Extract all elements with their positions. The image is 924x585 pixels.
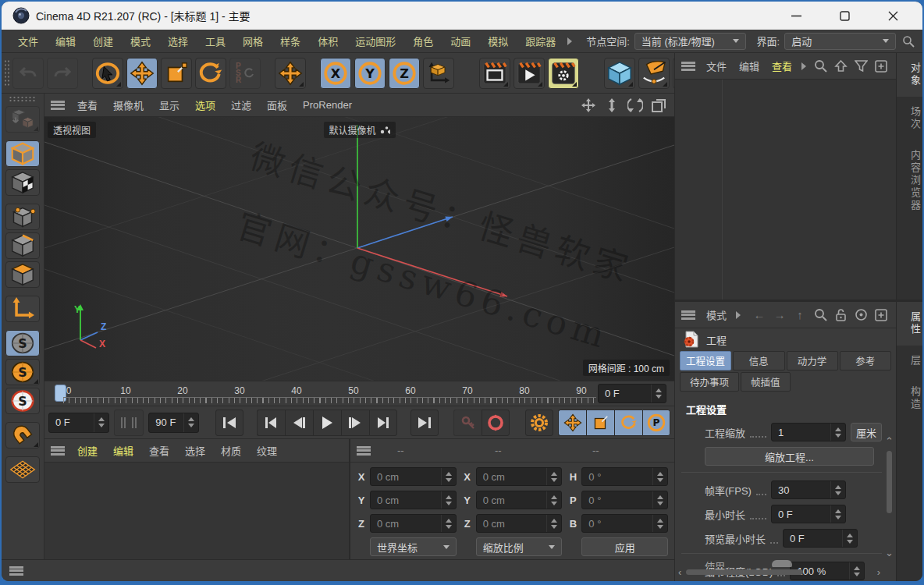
am-search-icon[interactable] (812, 307, 829, 324)
scroll-down-icon[interactable]: ⌄ (885, 548, 894, 558)
mode-toolbar-drag-handle[interactable] (9, 96, 37, 102)
viewport-dolly-icon[interactable] (602, 97, 621, 114)
move-tool[interactable] (126, 58, 158, 89)
vp-menu-options[interactable]: 选项 (195, 98, 215, 112)
am-add-panel-icon[interactable] (872, 307, 890, 324)
minimize-button[interactable] (779, 4, 813, 27)
scale-z-field[interactable]: 0 cm (476, 514, 563, 533)
prev-key-button[interactable] (257, 410, 285, 436)
snap-disabled-button[interactable]: S (5, 330, 40, 356)
menu-overflow-icon[interactable] (736, 311, 741, 319)
tab-todo[interactable]: 待办事项 (680, 372, 739, 392)
mat-menu-edit[interactable]: 编辑 (113, 443, 133, 458)
workplane-button[interactable] (5, 456, 40, 483)
position-z-field[interactable]: 0 cm (370, 514, 457, 533)
spinner-arrows[interactable] (546, 491, 561, 509)
rotation-b-field[interactable]: 0 ° (581, 514, 668, 533)
scroll-up-icon[interactable]: ⌃ (885, 436, 894, 446)
tab-attributes[interactable]: 属性 (897, 302, 922, 346)
spinner-arrows[interactable] (441, 515, 456, 532)
menu-edit[interactable]: 编辑 (55, 34, 76, 48)
vp-menu-view[interactable]: 查看 (77, 98, 98, 112)
coordinate-system-button[interactable] (423, 58, 454, 89)
texture-mode-button[interactable] (5, 169, 40, 196)
interface-dropdown[interactable]: 启动 (784, 33, 896, 50)
y-axis-lock-button[interactable]: Y (354, 58, 386, 89)
timeline-ruler[interactable]: 0 10 20 30 40 50 60 70 80 90 0 F (44, 381, 674, 406)
spinner-arrows[interactable] (830, 481, 845, 498)
key-parameter-toggle[interactable]: P (642, 410, 670, 436)
object-menu-icon[interactable] (681, 62, 695, 71)
quantize-button[interactable]: S (5, 388, 40, 414)
tab-project-settings[interactable]: 工程设置 (680, 351, 731, 370)
end-frame-field[interactable]: 90 F (148, 413, 198, 433)
polygons-mode-button[interactable] (5, 261, 40, 288)
tab-info[interactable]: 信息 (733, 351, 784, 370)
edges-mode-button[interactable] (5, 232, 40, 259)
start-frame-field[interactable]: 0 F (48, 413, 109, 433)
menu-mesh[interactable]: 网格 (243, 34, 263, 48)
menu-character[interactable]: 角色 (413, 34, 433, 48)
attribute-menu-icon[interactable] (681, 310, 695, 320)
current-frame-field[interactable]: 0 F (598, 384, 666, 403)
menu-tracker[interactable]: 跟踪器 (525, 34, 556, 48)
am-forward-icon[interactable]: → (771, 307, 788, 324)
tab-reference[interactable]: 参考 (840, 351, 891, 370)
viewport-toggle-layout-icon[interactable] (649, 97, 668, 114)
position-y-field[interactable]: 0 cm (370, 491, 457, 509)
rotate-tool[interactable] (195, 58, 226, 89)
status-menu-icon[interactable] (9, 566, 23, 576)
spinner-arrows[interactable] (842, 530, 857, 547)
project-scale-field[interactable]: 1 (771, 423, 846, 441)
tab-objects[interactable]: 对象 (897, 53, 922, 97)
attribute-vertical-scrollbar[interactable]: ⌃ ⌄ (884, 436, 894, 558)
mat-menu-texture[interactable]: 纹理 (257, 443, 277, 458)
scale-mode-dropdown[interactable]: 缩放比例 (476, 537, 563, 556)
maximize-button[interactable] (827, 4, 862, 27)
make-editable-button[interactable] (5, 106, 40, 133)
live-selection-tool[interactable] (92, 58, 123, 89)
vp-menu-panel[interactable]: 面板 (267, 98, 287, 112)
rotation-p-field[interactable]: 0 ° (581, 491, 668, 509)
z-axis-lock-button[interactable]: Z (389, 58, 420, 89)
spinner-arrows[interactable] (441, 491, 456, 509)
scale-x-field[interactable]: 0 cm (476, 467, 563, 486)
autokey-key-button[interactable] (453, 410, 482, 436)
om-path-up-icon[interactable] (833, 58, 850, 75)
next-key-button[interactable] (369, 410, 397, 436)
vp-menu-display[interactable]: 显示 (159, 98, 179, 112)
goto-start-button[interactable] (215, 410, 243, 436)
am-lock-icon[interactable] (832, 307, 849, 324)
menu-file[interactable]: 文件 (18, 34, 38, 48)
position-x-field[interactable]: 0 cm (370, 467, 457, 486)
attribute-horizontal-scrollbar[interactable]: ‹ › (678, 567, 880, 576)
menu-tools[interactable]: 工具 (205, 34, 226, 48)
record-keyframe-button[interactable] (482, 410, 510, 436)
menu-mograph[interactable]: 运动图形 (355, 34, 396, 48)
goto-end-button[interactable] (410, 410, 439, 436)
spinner-arrows[interactable] (546, 468, 561, 485)
search-icon[interactable] (902, 35, 915, 48)
material-list-area[interactable] (44, 463, 349, 559)
om-filter-icon[interactable] (853, 58, 870, 75)
am-back-icon[interactable]: ← (751, 307, 768, 324)
mat-menu-material[interactable]: 材质 (221, 443, 241, 458)
scrollbar-thumb[interactable] (887, 451, 892, 513)
vp-menu-camera[interactable]: 摄像机 (113, 98, 144, 112)
am-up-icon[interactable]: ↑ (791, 307, 808, 324)
object-tree-area[interactable] (675, 80, 896, 300)
next-frame-button[interactable] (341, 410, 369, 436)
enable-axis-button[interactable] (5, 296, 40, 322)
om-menu-view[interactable]: 查看 (772, 58, 792, 73)
spinner-arrows[interactable] (94, 413, 108, 432)
scale-project-button[interactable]: 缩放工程... (705, 447, 874, 466)
apply-button[interactable]: 应用 (581, 537, 668, 556)
menu-overflow-icon[interactable] (567, 37, 572, 45)
material-menu-icon[interactable] (51, 446, 65, 456)
key-position-toggle[interactable] (558, 410, 586, 436)
subdivision-surface-button[interactable] (673, 58, 674, 89)
checkbox-toggle[interactable] (772, 560, 792, 567)
scale-y-field[interactable]: 0 cm (476, 491, 563, 509)
viewport-rotate-icon[interactable] (626, 97, 645, 114)
spinner-arrows[interactable] (441, 468, 456, 485)
